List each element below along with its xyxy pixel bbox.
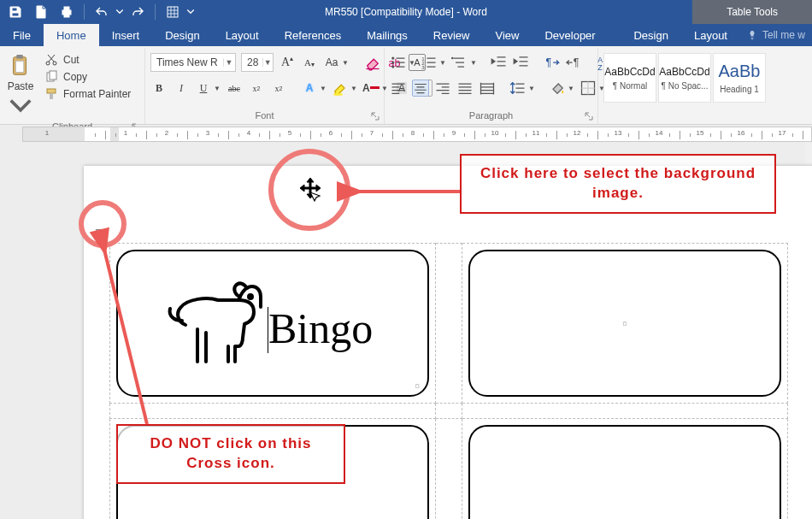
tab-view[interactable]: View — [482, 24, 532, 46]
underline-button[interactable]: U — [195, 80, 212, 97]
align-left-button[interactable] — [390, 80, 407, 97]
highlight-button[interactable] — [332, 80, 349, 97]
tab-file[interactable]: File — [0, 24, 44, 46]
svg-text:¶: ¶ — [574, 56, 580, 68]
tab-developer[interactable]: Developer — [532, 24, 608, 46]
style-heading1[interactable]: AaBb Heading 1 — [713, 53, 766, 103]
ribbon-tabs: File Home Insert Design Layout Reference… — [0, 24, 812, 46]
tab-mailings[interactable]: Mailings — [354, 24, 421, 46]
svg-point-10 — [53, 62, 56, 65]
font-name-combo[interactable]: Times New R▼ — [150, 53, 236, 72]
tab-layout[interactable]: Layout — [213, 24, 272, 46]
clear-format-button[interactable] — [364, 54, 381, 71]
cell-text[interactable]: Bingo — [268, 304, 373, 353]
new-doc-icon[interactable] — [29, 0, 53, 24]
paste-button[interactable]: Paste — [5, 51, 36, 120]
horizontal-ruler[interactable]: /* ticks drawn below with JS */ 12345678… — [22, 127, 812, 142]
document-area[interactable]: Bingo ¤ ¤ — [0, 142, 812, 519]
svg-rect-0 — [12, 8, 17, 11]
subscript-button[interactable]: x2 — [248, 80, 265, 97]
eraser-icon — [364, 54, 381, 71]
increase-indent-button[interactable] — [513, 54, 530, 71]
borders-button[interactable] — [580, 80, 597, 97]
highlighter-icon — [332, 80, 349, 97]
justify-button[interactable] — [456, 80, 474, 97]
paragraph-launcher-icon[interactable] — [584, 112, 594, 122]
svg-text:¶: ¶ — [546, 56, 552, 68]
font-launcher-icon[interactable] — [370, 112, 380, 122]
decrease-indent-button[interactable] — [491, 54, 508, 71]
text-effects-button[interactable]: A — [301, 80, 318, 97]
style-normal[interactable]: AaBbCcDd ¶ Normal — [603, 53, 656, 103]
style-name: ¶ Normal — [613, 81, 647, 91]
label-cell[interactable] — [462, 419, 787, 519]
copy-label: Copy — [63, 71, 87, 83]
style-preview: AaBb — [719, 62, 761, 81]
grow-font-button[interactable]: A▴ — [279, 54, 296, 71]
customize-qat-icon[interactable] — [186, 0, 195, 24]
table-move-handle-icon[interactable] — [96, 229, 108, 241]
quick-access-toolbar — [0, 0, 195, 24]
italic-button[interactable]: I — [173, 80, 190, 97]
copy-button[interactable]: Copy — [41, 68, 134, 86]
align-right-button[interactable] — [434, 80, 451, 97]
tab-table-layout[interactable]: Layout — [681, 24, 740, 46]
align-center-button[interactable] — [412, 80, 429, 97]
distributed-icon — [479, 80, 496, 97]
font-color-button[interactable]: A — [362, 80, 380, 97]
svg-rect-13 — [47, 89, 56, 93]
shrink-font-button[interactable]: A▾ — [301, 54, 318, 71]
group-styles: AaBbCcDd ¶ Normal AaBbCcDd ¶ No Spac... … — [598, 48, 812, 124]
svg-rect-8 — [15, 61, 23, 72]
ltr-button[interactable]: ¶ — [544, 54, 561, 71]
group-clipboard: Paste Cut Copy Format Painter Clipboard — [0, 48, 145, 124]
svg-rect-5 — [168, 7, 178, 17]
format-painter-label: Format Painter — [63, 88, 131, 100]
svg-point-23 — [451, 57, 454, 60]
shading-button[interactable] — [549, 80, 566, 97]
change-case-button[interactable]: Aa — [323, 54, 340, 71]
redo-icon[interactable] — [126, 0, 150, 24]
align-center-icon — [413, 80, 428, 96]
svg-rect-3 — [64, 7, 69, 10]
tell-me-search[interactable]: Tell me w — [740, 24, 812, 46]
save-icon[interactable] — [3, 0, 27, 24]
label-cell[interactable] — [110, 419, 435, 519]
strikethrough-button[interactable]: abc — [226, 80, 243, 97]
tab-home[interactable]: Home — [44, 24, 99, 46]
bold-button[interactable]: B — [150, 80, 168, 97]
numbering-button[interactable]: 123 — [421, 54, 438, 71]
dog-clipart[interactable] — [162, 278, 264, 368]
paint-bucket-icon — [549, 80, 566, 97]
superscript-button[interactable]: x2 — [270, 80, 287, 97]
svg-point-19 — [391, 65, 394, 68]
bullets-button[interactable] — [390, 54, 407, 71]
label-cell[interactable]: Bingo ¤ — [110, 244, 435, 403]
page[interactable]: Bingo ¤ ¤ — [84, 166, 812, 519]
multilevel-button[interactable] — [451, 54, 468, 71]
bullets-icon — [390, 54, 407, 71]
svg-rect-16 — [334, 93, 343, 96]
style-nospacing[interactable]: AaBbCcDd ¶ No Spac... — [658, 53, 711, 103]
draw-table-icon[interactable] — [161, 0, 185, 24]
cut-button[interactable]: Cut — [41, 51, 134, 68]
tab-table-design[interactable]: Design — [621, 24, 680, 46]
copy-icon — [44, 70, 58, 84]
font-size-combo[interactable]: 28▼ — [241, 53, 274, 72]
undo-icon[interactable] — [90, 0, 114, 24]
distributed-button[interactable] — [479, 80, 496, 97]
style-name: ¶ No Spac... — [662, 81, 709, 91]
format-painter-button[interactable]: Format Painter — [41, 86, 134, 103]
borders-icon — [580, 80, 597, 97]
rtl-button[interactable]: ¶ — [566, 54, 583, 71]
tab-references[interactable]: References — [272, 24, 354, 46]
tab-insert[interactable]: Insert — [99, 24, 153, 46]
tab-review[interactable]: Review — [421, 24, 483, 46]
contextual-tab-title: Table Tools — [692, 0, 812, 24]
tab-design[interactable]: Design — [152, 24, 212, 46]
label-cell[interactable]: ¤ — [462, 244, 787, 403]
line-spacing-button[interactable] — [509, 80, 527, 97]
quick-print-icon[interactable] — [55, 0, 79, 24]
label-table[interactable]: Bingo ¤ ¤ — [109, 243, 788, 519]
undo-dropdown-icon[interactable] — [115, 0, 124, 24]
